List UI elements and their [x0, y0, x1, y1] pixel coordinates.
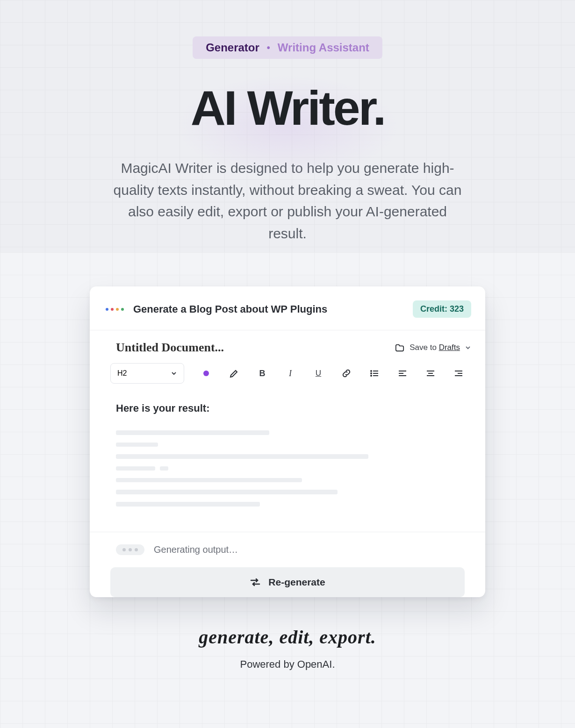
result-heading: Here is your result: — [116, 402, 459, 414]
save-prefix: Save to — [410, 343, 438, 352]
align-right-button[interactable] — [453, 367, 465, 379]
pill-inactive[interactable]: Writing Assistant — [278, 41, 369, 54]
result-area: Here is your result: — [90, 384, 485, 520]
document-row: Untitled Document... Save to Drafts — [90, 330, 485, 363]
card-header: Generate a Blog Post about WP Plugins Cr… — [90, 286, 485, 330]
tagline: generate, edit, export. — [0, 626, 575, 648]
swap-icon — [250, 578, 261, 587]
hero-description: MagicAI Writer is designed to help you g… — [108, 157, 467, 244]
chevron-down-icon — [171, 370, 177, 377]
link-icon — [342, 369, 351, 378]
italic-icon: I — [289, 369, 292, 378]
align-center-button[interactable] — [424, 367, 437, 379]
powered-by: Powered by OpenAI. — [0, 658, 575, 671]
bold-icon: B — [259, 369, 266, 378]
skeleton-line — [116, 466, 459, 471]
highlight-icon — [230, 369, 239, 378]
text-color-button[interactable] — [200, 367, 212, 379]
prompt-title: Generate a Blog Post about WP Plugins — [133, 303, 403, 315]
editor-toolbar: H2 B I U — [90, 363, 485, 384]
color-dot-icon — [203, 371, 209, 376]
skeleton-line — [116, 490, 338, 494]
loading-dots-icon — [116, 544, 144, 555]
align-left-icon — [398, 369, 407, 378]
svg-point-2 — [371, 373, 372, 374]
list-button[interactable] — [368, 367, 381, 379]
skeleton-line — [116, 443, 158, 447]
skeleton-line — [116, 478, 302, 482]
hero-title: AI Writer. — [191, 80, 385, 136]
svg-point-0 — [371, 371, 372, 371]
skeleton-line — [116, 454, 368, 459]
align-left-button[interactable] — [396, 367, 409, 379]
editor-card: Generate a Blog Post about WP Plugins Cr… — [90, 286, 485, 597]
skeleton-line — [116, 430, 269, 435]
underline-icon: U — [316, 369, 321, 378]
regenerate-button[interactable]: Re-generate — [110, 567, 465, 597]
list-icon — [370, 369, 379, 378]
save-to-drafts[interactable]: Save to Drafts — [395, 343, 471, 352]
generating-text: Generating output… — [154, 544, 238, 555]
category-pill: Generator • Writing Assistant — [193, 36, 382, 59]
underline-button[interactable]: U — [312, 367, 324, 379]
heading-select-value: H2 — [117, 369, 127, 378]
italic-button[interactable]: I — [284, 367, 296, 379]
svg-point-4 — [371, 375, 372, 376]
align-right-icon — [454, 369, 463, 378]
skeleton-line — [116, 502, 260, 507]
highlight-button[interactable] — [228, 367, 240, 379]
pill-separator: • — [267, 43, 270, 53]
drafts-link[interactable]: Drafts — [439, 343, 460, 352]
document-title[interactable]: Untitled Document... — [116, 341, 224, 355]
credit-badge: Credit: 323 — [413, 300, 471, 318]
chevron-down-icon — [465, 344, 471, 351]
pill-active[interactable]: Generator — [206, 41, 259, 54]
brand-dots-icon — [106, 308, 124, 311]
regenerate-label: Re-generate — [268, 577, 325, 588]
bold-button[interactable]: B — [256, 367, 268, 379]
heading-select[interactable]: H2 — [110, 363, 184, 384]
align-center-icon — [426, 369, 435, 378]
folder-icon — [395, 343, 405, 352]
generating-row: Generating output… — [90, 532, 485, 555]
link-button[interactable] — [340, 367, 352, 379]
